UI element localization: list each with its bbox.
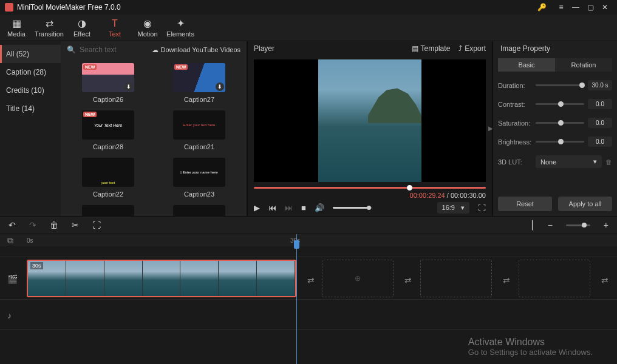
zoom-out-button[interactable]: − xyxy=(548,220,553,230)
next-button[interactable]: ⏭ xyxy=(285,203,293,212)
play-button[interactable]: ▶ xyxy=(254,203,260,212)
track-empty[interactable] xyxy=(0,246,617,257)
search-input[interactable]: 🔍 Search text xyxy=(67,46,147,54)
contrast-slider[interactable] xyxy=(536,103,584,105)
reset-button[interactable]: Reset xyxy=(498,197,552,211)
volume-icon[interactable]: 🔊 xyxy=(315,203,324,212)
delete-button[interactable]: 🗑 xyxy=(50,220,58,230)
zoom-in-button[interactable]: + xyxy=(604,220,608,230)
tab-motion[interactable]: ◉Motion xyxy=(131,15,164,41)
clip-duration: 30s xyxy=(30,262,43,269)
tab-media[interactable]: ▦Media xyxy=(0,15,33,41)
category-caption[interactable]: Caption (28) xyxy=(0,63,61,81)
caption-card[interactable]: NEW⬇ Caption27 xyxy=(157,63,242,103)
caption-card[interactable]: your text Caption22 xyxy=(66,158,151,198)
volume-slider[interactable] xyxy=(333,207,372,209)
transition-button[interactable]: ⇄ xyxy=(500,274,513,286)
saturation-row: Saturation: 0.0 xyxy=(498,118,612,128)
video-viewport[interactable] xyxy=(254,59,486,182)
duration-value[interactable]: 30.0 s xyxy=(588,80,612,90)
tab-elements[interactable]: ✦Elements xyxy=(164,15,197,41)
thumbnail-grid[interactable]: NEW⬇ Caption26 NEW⬇ Caption27 NEWYour Te… xyxy=(61,58,247,216)
youtube-link-label: Download YouTube Videos xyxy=(161,46,241,53)
redo-button[interactable]: ↷ xyxy=(29,220,36,230)
cut-button[interactable]: ✂ xyxy=(72,220,79,230)
player-controls: ▶ ⏮ ⏭ ■ 🔊 16:9▾ ⛶ xyxy=(248,199,492,216)
lut-row: 3D LUT: None▾ 🗑 xyxy=(498,155,612,168)
current-time: 00:00:29.24 xyxy=(410,192,445,199)
tab-text[interactable]: TText xyxy=(98,15,131,41)
close-button[interactable]: ✕ xyxy=(598,0,612,15)
template-button[interactable]: ▤Template xyxy=(412,44,451,53)
total-time: 00:00:30.00 xyxy=(451,192,486,199)
delete-icon[interactable]: 🗑 xyxy=(605,158,612,166)
lut-label: 3D LUT: xyxy=(498,158,532,166)
caption-card[interactable]: | Enter your name here Caption23 xyxy=(157,158,242,198)
menu-icon[interactable]: ≡ xyxy=(554,0,568,15)
brightness-slider[interactable] xyxy=(536,141,584,143)
zoom-slider[interactable] xyxy=(566,224,590,226)
lut-select[interactable]: None▾ xyxy=(536,155,602,168)
category-all[interactable]: All (52) xyxy=(0,45,61,63)
maximize-button[interactable]: ▢ xyxy=(583,0,598,15)
duration-slider[interactable] xyxy=(536,84,584,86)
caption-card[interactable]: NEW⬇ Caption26 xyxy=(66,63,151,103)
transition-button[interactable]: ⇄ xyxy=(305,274,317,286)
drop-zone[interactable] xyxy=(420,260,492,297)
transition-button[interactable]: ⇄ xyxy=(599,274,611,286)
progress-handle[interactable] xyxy=(407,185,412,190)
fullscreen-button[interactable]: ⛶ xyxy=(478,203,486,212)
undo-button[interactable]: ↶ xyxy=(9,220,16,230)
playhead[interactable] xyxy=(296,234,297,364)
drop-zone[interactable] xyxy=(519,260,590,297)
tab-effect[interactable]: ◑Effect xyxy=(66,15,98,41)
export-button[interactable]: ⤴Export xyxy=(458,44,486,53)
category-credits[interactable]: Credits (10) xyxy=(0,81,61,99)
video-track-icon[interactable]: 🎬 xyxy=(7,274,18,284)
timeline: ⧉ 0s 30s 🎬 30s ⇄ ⊕ ⇄ ⇄ ⇄ ♪ Activate Wind… xyxy=(0,234,617,364)
saturation-slider[interactable] xyxy=(536,122,584,124)
title-bar: MiniTool MovieMaker Free 7.0.0 🔑 ≡ — ▢ ✕ xyxy=(0,0,617,15)
apply-all-button[interactable]: Apply to all xyxy=(558,197,612,211)
tab-basic[interactable]: Basic xyxy=(498,58,555,72)
minimize-button[interactable]: — xyxy=(568,0,583,15)
audio-track-icon[interactable]: ♪ xyxy=(7,311,12,320)
saturation-value[interactable]: 0.0 xyxy=(588,118,612,128)
category-title[interactable]: Title (14) xyxy=(0,99,61,118)
split-icon[interactable]: ⎮ xyxy=(530,220,534,230)
audio-track[interactable]: ♪ xyxy=(0,300,617,330)
aspect-select[interactable]: 16:9▾ xyxy=(437,202,469,214)
timeline-ruler[interactable]: ⧉ 0s 30s xyxy=(0,234,617,246)
video-clip[interactable]: 30s xyxy=(27,260,296,297)
caption-card[interactable] xyxy=(66,205,151,216)
search-icon: 🔍 xyxy=(67,46,76,54)
expand-handle[interactable]: ▶ xyxy=(488,125,493,132)
layers-icon[interactable]: ⧉ xyxy=(7,235,13,246)
brightness-value[interactable]: 0.0 xyxy=(588,136,612,147)
caption-card[interactable]: Enter your text here Caption21 xyxy=(157,110,242,150)
transition-button[interactable]: ⇄ xyxy=(402,274,414,286)
crop-button[interactable]: ⛶ xyxy=(92,220,101,230)
tab-label: Effect xyxy=(73,30,90,38)
key-icon[interactable]: 🔑 xyxy=(534,0,549,15)
drop-zone[interactable]: ⊕ xyxy=(322,260,394,297)
brightness-label: Brightness: xyxy=(498,138,532,146)
download-icon[interactable]: ⬇ xyxy=(216,83,224,91)
contrast-value[interactable]: 0.0 xyxy=(588,99,612,109)
caption-card[interactable] xyxy=(157,205,242,216)
caption-label: Caption28 xyxy=(93,143,123,150)
app-title: MiniTool MovieMaker Free 7.0.0 xyxy=(17,3,534,12)
player-header: Player ▤Template ⤴Export xyxy=(248,41,492,56)
video-track[interactable]: 🎬 30s ⇄ ⊕ ⇄ ⇄ ⇄ xyxy=(0,257,617,300)
prev-button[interactable]: ⏮ xyxy=(268,203,276,212)
tab-transition[interactable]: ⇄Transition xyxy=(33,15,66,41)
stop-button[interactable]: ■ xyxy=(301,203,306,212)
tab-rotation[interactable]: Rotation xyxy=(555,58,612,72)
progress-bar[interactable] xyxy=(254,183,486,192)
export-icon: ⤴ xyxy=(458,44,462,53)
chevron-down-icon: ▾ xyxy=(593,158,597,166)
caption-card[interactable]: NEWYour Text Here Caption28 xyxy=(66,110,151,150)
youtube-link[interactable]: ☁Download YouTube Videos xyxy=(152,46,241,54)
download-icon[interactable]: ⬇ xyxy=(124,83,133,91)
saturation-label: Saturation: xyxy=(498,120,532,127)
